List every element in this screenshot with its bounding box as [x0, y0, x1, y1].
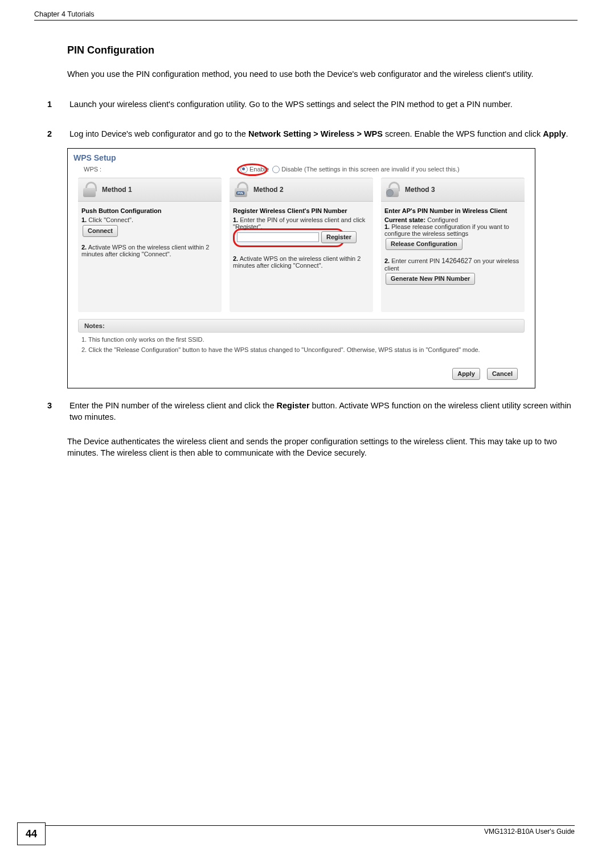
step-text: Enter the PIN number of the wireless cli… [69, 400, 574, 423]
t-bold: 1. [233, 216, 238, 223]
t: Enter the PIN number of the wireless cli… [69, 401, 276, 410]
cancel-button[interactable]: Cancel [487, 368, 518, 380]
release-configuration-button[interactable]: Release Configuration [386, 238, 462, 250]
t-bold: Register [277, 401, 310, 410]
lock-gear-icon [384, 182, 400, 198]
method-1-body: Push Button Configuration 1. Click "Conn… [78, 202, 222, 312]
t: Please release configuration if you want… [384, 223, 509, 237]
radio-disable[interactable] [272, 166, 280, 173]
method-2-column: PIN Method 2 Register Wireless Client's … [230, 178, 373, 312]
method-2-header: PIN Method 2 [230, 178, 373, 202]
t-bold: 2. [233, 255, 238, 262]
t-bold: 1. [81, 216, 87, 223]
method-2-heading: Register Wireless Client's PIN Number [233, 207, 370, 214]
method-3-header: Method 3 [381, 178, 525, 202]
notes-block: Notes: 1. This function only works on th… [68, 317, 535, 361]
method-1-heading: Push Button Configuration [81, 207, 218, 214]
step-number: 2 [47, 128, 67, 140]
radio-disable-label: Disable (The settings in this screen are… [281, 166, 459, 173]
t-bold: 2. [81, 244, 87, 251]
pin-badge: PIN [236, 191, 244, 195]
apply-button[interactable]: Apply [452, 368, 480, 380]
t-bold: Current state: [384, 216, 425, 223]
section-title: PIN Configuration [67, 44, 578, 56]
note-1: 1. This function only works on the first… [78, 336, 525, 343]
notes-header: Notes: [78, 319, 525, 333]
t: screen. Enable the WPS function and clic… [383, 129, 543, 138]
t: Log into Device's web configurator and g… [69, 129, 248, 138]
step-3: 3 Enter the PIN number of the wireless c… [47, 400, 577, 423]
page-number: 44 [17, 822, 46, 845]
t: . [566, 129, 568, 138]
step-1: 1 Launch your wireless client's configur… [47, 99, 577, 110]
t-bold: 2. [384, 257, 390, 264]
step-text: Launch your wireless client's configurat… [69, 99, 574, 110]
step-number: 1 [47, 99, 67, 110]
footer-rule: VMG1312-B10A User's Guide [46, 825, 575, 826]
step-2: 2 Log into Device's web configurator and… [47, 128, 577, 140]
register-button[interactable]: Register [321, 231, 357, 243]
page-footer: 44 VMG1312-B10A User's Guide [0, 822, 606, 845]
methods-grid: Method 1 Push Button Configuration 1. Cl… [68, 175, 535, 317]
method-3-title: Method 3 [405, 186, 435, 194]
screenshot-wps-setup: WPS Setup WPS : Enable Disable (The sett… [67, 148, 535, 388]
t: Click "Connect". [87, 216, 133, 223]
t: Activate WPS on the wireless client with… [81, 244, 209, 257]
figure-footer-buttons: Apply Cancel [68, 361, 535, 388]
wps-label: WPS : [84, 166, 240, 173]
intro-paragraph: When you use the PIN configuration metho… [67, 69, 563, 80]
radio-enable[interactable] [240, 166, 248, 173]
connect-button[interactable]: Connect [83, 225, 118, 237]
method-3-body: Enter AP's PIN Number in Wireless Client… [381, 202, 525, 312]
closing-paragraph: The Device authenticates the wireless cl… [67, 436, 568, 459]
wps-setup-title: WPS Setup [68, 149, 535, 165]
t: Configured [425, 216, 458, 223]
method-1-header: Method 1 [78, 178, 222, 202]
note-2: 2. Click the "Release Configuration" but… [78, 346, 525, 353]
generate-pin-button[interactable]: Generate New PIN Number [386, 273, 475, 285]
guide-name: VMG1312-B10A User's Guide [484, 828, 575, 836]
lock-pin-icon: PIN [233, 182, 249, 198]
page: Chapter 4 Tutorials PIN Configuration Wh… [0, 0, 606, 868]
method-1-title: Method 1 [102, 186, 132, 194]
t-bold: 1. [384, 223, 390, 230]
running-header: Chapter 4 Tutorials [34, 10, 578, 21]
pin-number: 14264627 [441, 257, 472, 265]
lock-icon [81, 182, 97, 198]
t: Enter current PIN [390, 257, 441, 264]
t-bold: Apply [543, 129, 566, 138]
method-3-column: Method 3 Enter AP's PIN Number in Wirele… [381, 178, 525, 312]
step-number: 3 [47, 400, 67, 412]
radio-enable-wrap[interactable]: Enable [240, 166, 272, 173]
method-1-column: Method 1 Push Button Configuration 1. Cl… [78, 178, 222, 312]
wps-enable-row: WPS : Enable Disable (The settings in th… [68, 165, 535, 175]
method-2-body: Register Wireless Client's PIN Number 1.… [230, 202, 373, 312]
pin-input-row: Register [233, 228, 345, 247]
t: Activate WPS on the wireless client with… [233, 255, 361, 269]
t-bold: Network Setting > Wireless > WPS [248, 129, 383, 138]
pin-input[interactable] [237, 232, 319, 242]
method-2-title: Method 2 [253, 186, 284, 194]
step-text: Log into Device's web configurator and g… [69, 128, 574, 140]
method-3-heading: Enter AP's PIN Number in Wireless Client [384, 207, 521, 214]
